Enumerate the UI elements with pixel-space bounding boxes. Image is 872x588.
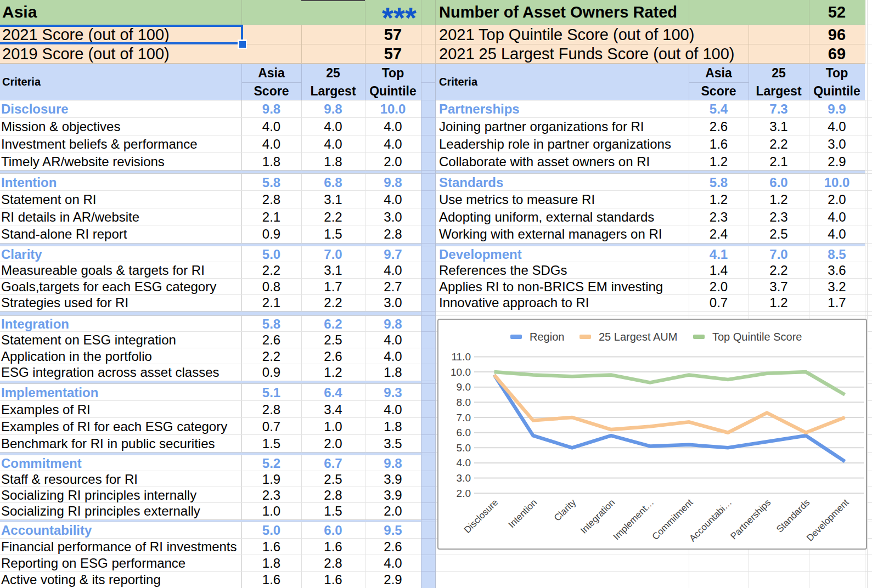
svg-text:Region: Region — [530, 331, 564, 343]
svg-text:5.0: 5.0 — [457, 442, 471, 454]
svg-text:4.0: 4.0 — [457, 457, 471, 468]
svg-text:Top Quintile Score: Top Quintile Score — [712, 331, 802, 343]
svg-text:7.0: 7.0 — [457, 412, 471, 423]
svg-text:2.0: 2.0 — [457, 488, 471, 499]
svg-text:8.0: 8.0 — [457, 397, 471, 408]
svg-text:25 Largest AUM: 25 Largest AUM — [599, 331, 677, 343]
svg-text:9.0: 9.0 — [457, 381, 471, 393]
svg-text:10.0: 10.0 — [451, 366, 471, 378]
svg-text:3.0: 3.0 — [457, 472, 471, 484]
svg-text:6.0: 6.0 — [457, 427, 471, 438]
svg-text:11.0: 11.0 — [451, 351, 471, 363]
